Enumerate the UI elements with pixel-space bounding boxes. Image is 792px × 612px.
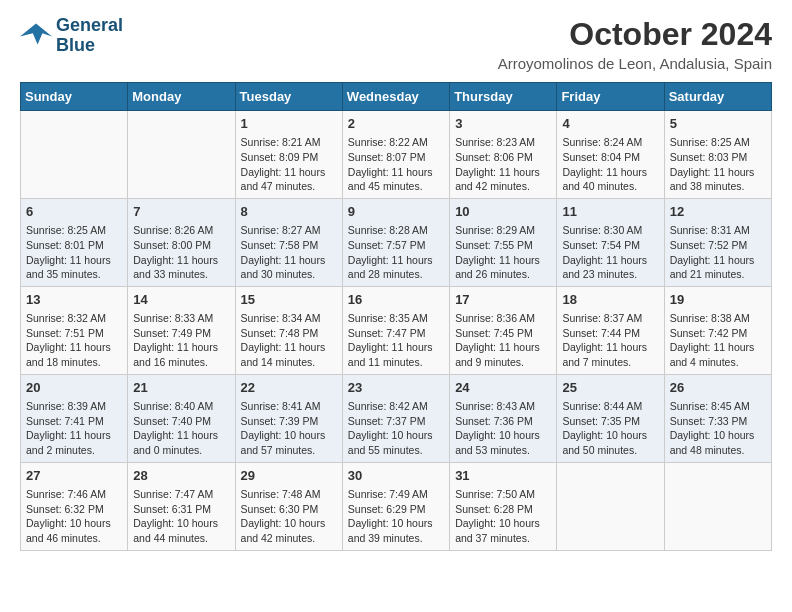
day-cell: 25Sunrise: 8:44 AM Sunset: 7:35 PM Dayli… xyxy=(557,374,664,462)
day-info: Sunrise: 8:25 AM Sunset: 8:03 PM Dayligh… xyxy=(670,135,766,194)
day-number: 8 xyxy=(241,203,337,221)
day-cell: 22Sunrise: 8:41 AM Sunset: 7:39 PM Dayli… xyxy=(235,374,342,462)
day-number: 10 xyxy=(455,203,551,221)
day-cell: 14Sunrise: 8:33 AM Sunset: 7:49 PM Dayli… xyxy=(128,286,235,374)
day-number: 9 xyxy=(348,203,444,221)
day-cell: 24Sunrise: 8:43 AM Sunset: 7:36 PM Dayli… xyxy=(450,374,557,462)
day-cell: 4Sunrise: 8:24 AM Sunset: 8:04 PM Daylig… xyxy=(557,111,664,199)
day-cell: 13Sunrise: 8:32 AM Sunset: 7:51 PM Dayli… xyxy=(21,286,128,374)
day-cell: 7Sunrise: 8:26 AM Sunset: 8:00 PM Daylig… xyxy=(128,198,235,286)
week-row-4: 27Sunrise: 7:46 AM Sunset: 6:32 PM Dayli… xyxy=(21,462,772,550)
day-number: 4 xyxy=(562,115,658,133)
day-number: 1 xyxy=(241,115,337,133)
header-row: SundayMondayTuesdayWednesdayThursdayFrid… xyxy=(21,83,772,111)
day-number: 19 xyxy=(670,291,766,309)
day-header-thursday: Thursday xyxy=(450,83,557,111)
day-number: 17 xyxy=(455,291,551,309)
day-cell: 20Sunrise: 8:39 AM Sunset: 7:41 PM Dayli… xyxy=(21,374,128,462)
day-number: 12 xyxy=(670,203,766,221)
day-info: Sunrise: 8:26 AM Sunset: 8:00 PM Dayligh… xyxy=(133,223,229,282)
day-number: 2 xyxy=(348,115,444,133)
day-cell: 3Sunrise: 8:23 AM Sunset: 8:06 PM Daylig… xyxy=(450,111,557,199)
day-info: Sunrise: 8:21 AM Sunset: 8:09 PM Dayligh… xyxy=(241,135,337,194)
day-number: 15 xyxy=(241,291,337,309)
day-info: Sunrise: 8:32 AM Sunset: 7:51 PM Dayligh… xyxy=(26,311,122,370)
day-info: Sunrise: 8:33 AM Sunset: 7:49 PM Dayligh… xyxy=(133,311,229,370)
day-number: 3 xyxy=(455,115,551,133)
day-header-monday: Monday xyxy=(128,83,235,111)
week-row-1: 6Sunrise: 8:25 AM Sunset: 8:01 PM Daylig… xyxy=(21,198,772,286)
day-number: 7 xyxy=(133,203,229,221)
day-info: Sunrise: 8:25 AM Sunset: 8:01 PM Dayligh… xyxy=(26,223,122,282)
day-number: 28 xyxy=(133,467,229,485)
day-cell: 1Sunrise: 8:21 AM Sunset: 8:09 PM Daylig… xyxy=(235,111,342,199)
logo-text: General Blue xyxy=(56,16,123,56)
day-info: Sunrise: 7:47 AM Sunset: 6:31 PM Dayligh… xyxy=(133,487,229,546)
day-info: Sunrise: 7:49 AM Sunset: 6:29 PM Dayligh… xyxy=(348,487,444,546)
day-info: Sunrise: 7:46 AM Sunset: 6:32 PM Dayligh… xyxy=(26,487,122,546)
day-cell xyxy=(21,111,128,199)
day-cell xyxy=(128,111,235,199)
day-number: 18 xyxy=(562,291,658,309)
day-info: Sunrise: 8:29 AM Sunset: 7:55 PM Dayligh… xyxy=(455,223,551,282)
day-cell: 18Sunrise: 8:37 AM Sunset: 7:44 PM Dayli… xyxy=(557,286,664,374)
day-info: Sunrise: 8:22 AM Sunset: 8:07 PM Dayligh… xyxy=(348,135,444,194)
day-cell: 11Sunrise: 8:30 AM Sunset: 7:54 PM Dayli… xyxy=(557,198,664,286)
day-cell: 5Sunrise: 8:25 AM Sunset: 8:03 PM Daylig… xyxy=(664,111,771,199)
day-cell: 2Sunrise: 8:22 AM Sunset: 8:07 PM Daylig… xyxy=(342,111,449,199)
day-cell: 16Sunrise: 8:35 AM Sunset: 7:47 PM Dayli… xyxy=(342,286,449,374)
day-info: Sunrise: 8:39 AM Sunset: 7:41 PM Dayligh… xyxy=(26,399,122,458)
day-info: Sunrise: 8:23 AM Sunset: 8:06 PM Dayligh… xyxy=(455,135,551,194)
day-number: 16 xyxy=(348,291,444,309)
day-cell: 26Sunrise: 8:45 AM Sunset: 7:33 PM Dayli… xyxy=(664,374,771,462)
month-title: October 2024 xyxy=(498,16,772,53)
day-info: Sunrise: 8:24 AM Sunset: 8:04 PM Dayligh… xyxy=(562,135,658,194)
day-number: 27 xyxy=(26,467,122,485)
day-info: Sunrise: 8:30 AM Sunset: 7:54 PM Dayligh… xyxy=(562,223,658,282)
day-info: Sunrise: 8:42 AM Sunset: 7:37 PM Dayligh… xyxy=(348,399,444,458)
day-number: 31 xyxy=(455,467,551,485)
title-area: October 2024 Arroyomolinos de Leon, Anda… xyxy=(498,16,772,72)
day-cell: 12Sunrise: 8:31 AM Sunset: 7:52 PM Dayli… xyxy=(664,198,771,286)
day-info: Sunrise: 8:28 AM Sunset: 7:57 PM Dayligh… xyxy=(348,223,444,282)
day-cell: 29Sunrise: 7:48 AM Sunset: 6:30 PM Dayli… xyxy=(235,462,342,550)
day-number: 29 xyxy=(241,467,337,485)
logo-bird-icon xyxy=(20,22,52,50)
day-info: Sunrise: 8:40 AM Sunset: 7:40 PM Dayligh… xyxy=(133,399,229,458)
day-number: 25 xyxy=(562,379,658,397)
day-info: Sunrise: 8:27 AM Sunset: 7:58 PM Dayligh… xyxy=(241,223,337,282)
calendar: SundayMondayTuesdayWednesdayThursdayFrid… xyxy=(20,82,772,551)
logo-line2: Blue xyxy=(56,36,123,56)
day-header-friday: Friday xyxy=(557,83,664,111)
day-info: Sunrise: 8:31 AM Sunset: 7:52 PM Dayligh… xyxy=(670,223,766,282)
day-header-wednesday: Wednesday xyxy=(342,83,449,111)
day-info: Sunrise: 8:38 AM Sunset: 7:42 PM Dayligh… xyxy=(670,311,766,370)
day-number: 14 xyxy=(133,291,229,309)
week-row-3: 20Sunrise: 8:39 AM Sunset: 7:41 PM Dayli… xyxy=(21,374,772,462)
day-cell: 6Sunrise: 8:25 AM Sunset: 8:01 PM Daylig… xyxy=(21,198,128,286)
day-info: Sunrise: 8:35 AM Sunset: 7:47 PM Dayligh… xyxy=(348,311,444,370)
day-header-sunday: Sunday xyxy=(21,83,128,111)
day-cell: 28Sunrise: 7:47 AM Sunset: 6:31 PM Dayli… xyxy=(128,462,235,550)
calendar-header: SundayMondayTuesdayWednesdayThursdayFrid… xyxy=(21,83,772,111)
day-cell: 9Sunrise: 8:28 AM Sunset: 7:57 PM Daylig… xyxy=(342,198,449,286)
day-number: 24 xyxy=(455,379,551,397)
day-info: Sunrise: 8:37 AM Sunset: 7:44 PM Dayligh… xyxy=(562,311,658,370)
day-cell: 17Sunrise: 8:36 AM Sunset: 7:45 PM Dayli… xyxy=(450,286,557,374)
day-cell: 10Sunrise: 8:29 AM Sunset: 7:55 PM Dayli… xyxy=(450,198,557,286)
logo-line1: General xyxy=(56,16,123,36)
day-header-saturday: Saturday xyxy=(664,83,771,111)
week-row-0: 1Sunrise: 8:21 AM Sunset: 8:09 PM Daylig… xyxy=(21,111,772,199)
day-info: Sunrise: 7:50 AM Sunset: 6:28 PM Dayligh… xyxy=(455,487,551,546)
calendar-body: 1Sunrise: 8:21 AM Sunset: 8:09 PM Daylig… xyxy=(21,111,772,551)
day-number: 5 xyxy=(670,115,766,133)
svg-marker-0 xyxy=(20,23,52,44)
day-cell: 30Sunrise: 7:49 AM Sunset: 6:29 PM Dayli… xyxy=(342,462,449,550)
header: General Blue October 2024 Arroyomolinos … xyxy=(20,16,772,72)
day-info: Sunrise: 8:41 AM Sunset: 7:39 PM Dayligh… xyxy=(241,399,337,458)
day-cell: 27Sunrise: 7:46 AM Sunset: 6:32 PM Dayli… xyxy=(21,462,128,550)
day-info: Sunrise: 8:43 AM Sunset: 7:36 PM Dayligh… xyxy=(455,399,551,458)
day-number: 26 xyxy=(670,379,766,397)
day-cell: 31Sunrise: 7:50 AM Sunset: 6:28 PM Dayli… xyxy=(450,462,557,550)
day-number: 20 xyxy=(26,379,122,397)
